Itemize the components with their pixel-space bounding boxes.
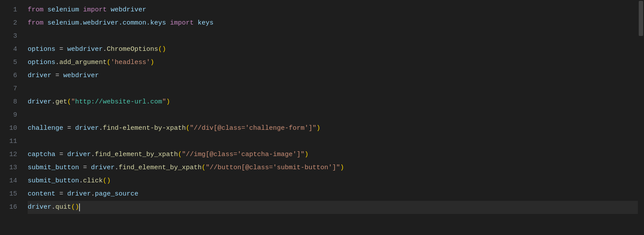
token: captcha xyxy=(28,150,55,160)
token: "//div[@class='challenge-form']" xyxy=(190,123,316,134)
line-num-3: 3 xyxy=(0,30,24,43)
code-line-12: captcha = driver.find_element_by_xpath("… xyxy=(28,148,644,161)
token: = xyxy=(63,123,75,134)
token: submit_button xyxy=(28,163,79,173)
token: ) xyxy=(166,97,170,107)
code-line-6: driver = webdriver xyxy=(28,69,644,82)
token: driver xyxy=(75,123,99,134)
token-url: http://website-url.com xyxy=(75,97,162,107)
token: driver xyxy=(67,150,91,160)
token: = xyxy=(51,71,63,81)
token: ( xyxy=(202,163,206,173)
token: selenium xyxy=(47,5,83,15)
code-line-1: from selenium import webdriver xyxy=(28,4,644,17)
line-num-2: 2 xyxy=(0,17,24,30)
line-num-14: 14 xyxy=(0,174,24,188)
token: () xyxy=(71,202,79,213)
token: () xyxy=(158,44,166,55)
line-num-11: 11 xyxy=(0,135,24,148)
code-content[interactable]: from selenium import webdriver from sele… xyxy=(24,0,644,235)
token: ) xyxy=(304,150,308,160)
line-num-13: 13 xyxy=(0,161,24,174)
code-line-16: driver.quit() xyxy=(28,201,644,214)
token: " xyxy=(71,97,75,107)
line-num-12: 12 xyxy=(0,148,24,161)
code-line-10: challenge = driver.find-element-by-xpath… xyxy=(28,122,644,135)
token: challenge xyxy=(28,123,63,134)
code-editor: 1 2 3 4 5 6 7 8 9 10 11 12 13 14 15 16 f… xyxy=(0,0,644,235)
code-line-15: content = driver.page_source xyxy=(28,188,644,201)
line-num-1: 1 xyxy=(0,4,24,17)
line-num-10: 10 xyxy=(0,122,24,135)
token: ) xyxy=(340,163,344,173)
token: . xyxy=(99,123,103,134)
token: ( xyxy=(67,97,71,107)
token: ( xyxy=(107,57,111,68)
token: " xyxy=(162,97,166,107)
token: () xyxy=(103,176,111,186)
token: "//img[@class='captcha-image']" xyxy=(182,150,304,160)
scrollbar[interactable] xyxy=(638,0,644,235)
token: driver xyxy=(91,163,115,173)
token: . xyxy=(55,57,59,68)
token: click xyxy=(83,176,103,186)
token: webdriver xyxy=(111,5,146,15)
code-line-2: from selenium.webdriver.common.keys impo… xyxy=(28,17,644,30)
text-cursor xyxy=(79,203,80,211)
token: get xyxy=(55,97,67,107)
token: find_element_by_xpath xyxy=(95,150,178,160)
code-line-9 xyxy=(28,109,644,122)
scrollbar-thumb[interactable] xyxy=(639,1,643,36)
token: from xyxy=(28,5,47,15)
token: ) xyxy=(316,123,320,134)
token: selenium.webdriver.common.keys xyxy=(47,18,170,28)
token: . xyxy=(51,97,55,107)
line-numbers: 1 2 3 4 5 6 7 8 9 10 11 12 13 14 15 16 xyxy=(0,0,24,235)
code-line-5: options.add_argument('headless') xyxy=(28,56,644,69)
line-num-9: 9 xyxy=(0,109,24,122)
code-line-4: options = webdriver.ChromeOptions() xyxy=(28,43,644,56)
token: . xyxy=(103,44,107,55)
token: driver xyxy=(67,189,91,199)
line-num-4: 4 xyxy=(0,43,24,56)
token: add_argument xyxy=(59,57,107,68)
token: content xyxy=(28,189,55,199)
token: import xyxy=(170,18,198,28)
token: keys xyxy=(198,18,213,28)
token: find-element-by-xpath xyxy=(103,123,186,134)
line-num-6: 6 xyxy=(0,69,24,82)
code-line-8: driver.get("http://website-url.com") xyxy=(28,96,644,109)
token: page_source xyxy=(95,189,138,199)
token: . xyxy=(91,150,95,160)
token: options xyxy=(28,57,55,68)
line-num-8: 8 xyxy=(0,96,24,109)
token: submit_button xyxy=(28,176,79,186)
token: . xyxy=(79,176,83,186)
token: . xyxy=(51,202,55,213)
token: = xyxy=(79,163,91,173)
token: ( xyxy=(186,123,190,134)
code-line-13: submit_button = driver.find_element_by_x… xyxy=(28,161,644,174)
token: = xyxy=(55,44,67,55)
token: find_element_by_xpath xyxy=(119,163,202,173)
line-num-15: 15 xyxy=(0,188,24,201)
token: import xyxy=(83,5,111,15)
code-line-14: submit_button.click() xyxy=(28,174,644,188)
line-num-5: 5 xyxy=(0,56,24,69)
token: driver xyxy=(28,97,51,107)
token: . xyxy=(91,189,95,199)
line-num-16: 16 xyxy=(0,201,24,214)
code-line-11 xyxy=(28,135,644,148)
token: options xyxy=(28,44,55,55)
token: ( xyxy=(178,150,182,160)
token: ChromeOptions xyxy=(107,44,158,55)
token: driver xyxy=(28,71,51,81)
token: = xyxy=(55,189,67,199)
token: webdriver xyxy=(67,44,103,55)
token: . xyxy=(115,163,119,173)
code-line-3 xyxy=(28,30,644,43)
token: "//button[@class='submit-button']" xyxy=(206,163,340,173)
code-line-7 xyxy=(28,82,644,96)
token: webdriver xyxy=(63,71,99,81)
line-num-7: 7 xyxy=(0,82,24,96)
